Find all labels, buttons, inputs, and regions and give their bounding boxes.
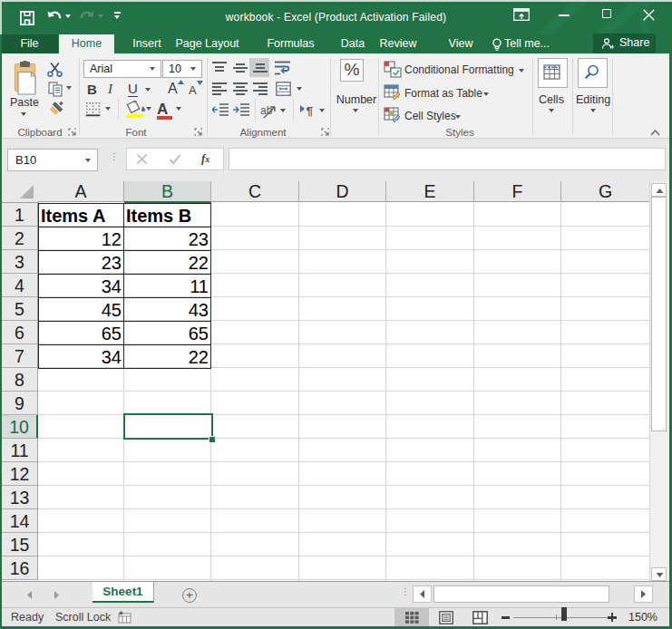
svg-text:¶: ¶ — [307, 104, 314, 118]
